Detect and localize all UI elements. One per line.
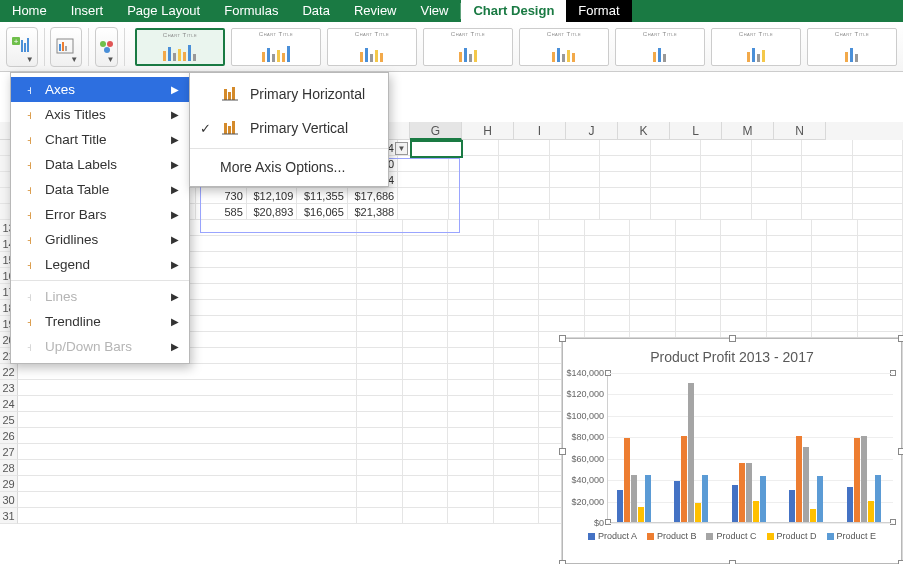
- change-colors-button[interactable]: ▼: [95, 27, 119, 67]
- change-colors-icon: [97, 37, 117, 57]
- legend-item[interactable]: Product E: [827, 531, 877, 541]
- bar-Product-A[interactable]: [732, 485, 738, 523]
- menu-item-axis-titles[interactable]: ⫞Axis Titles▶: [11, 102, 189, 127]
- row-header[interactable]: 22: [0, 364, 18, 380]
- embedded-chart[interactable]: Product Profit 2013 - 2017 $0$20,000$40,…: [562, 338, 902, 564]
- row-header[interactable]: 24: [0, 396, 18, 412]
- filter-dropdown-button[interactable]: ▼: [395, 142, 408, 155]
- col-header-M[interactable]: M: [722, 122, 774, 140]
- menu-item-axes[interactable]: ⫞Axes▶: [11, 77, 189, 102]
- legend-item[interactable]: Product A: [588, 531, 637, 541]
- bar-Product-A[interactable]: [617, 490, 623, 522]
- data-cell[interactable]: $20,893: [247, 204, 297, 220]
- tab-formulas[interactable]: Formulas: [212, 0, 290, 22]
- tab-format[interactable]: Format: [566, 0, 631, 22]
- add-chart-element-button[interactable]: + ▼: [6, 27, 38, 67]
- menu-item-label: Trendline: [45, 314, 163, 329]
- data-cell[interactable]: $11,355: [297, 188, 347, 204]
- bar-Product-D[interactable]: [868, 501, 874, 522]
- bar-Product-C[interactable]: [803, 447, 809, 522]
- tab-page-layout[interactable]: Page Layout: [115, 0, 212, 22]
- quick-layout-button[interactable]: ▼: [50, 27, 82, 67]
- legend-item[interactable]: Product B: [647, 531, 697, 541]
- col-header-I[interactable]: I: [514, 122, 566, 140]
- row-header[interactable]: 27: [0, 444, 18, 460]
- row-header[interactable]: 30: [0, 492, 18, 508]
- tab-home[interactable]: Home: [0, 0, 59, 22]
- chart-style-6[interactable]: Chart Title: [615, 28, 705, 66]
- submenu-item-primary-vertical[interactable]: ✓Primary Vertical: [190, 111, 388, 145]
- menu-item-gridlines[interactable]: ⫞Gridlines▶: [11, 227, 189, 252]
- tab-insert[interactable]: Insert: [59, 0, 116, 22]
- bar-Product-C[interactable]: [631, 475, 637, 522]
- row-header[interactable]: 23: [0, 380, 18, 396]
- legend-item[interactable]: Product C: [706, 531, 756, 541]
- bar-Product-A[interactable]: [674, 481, 680, 522]
- svg-rect-6: [59, 44, 61, 51]
- bar-Product-D[interactable]: [638, 507, 644, 522]
- row-header[interactable]: 28: [0, 460, 18, 476]
- bar-Product-B[interactable]: [739, 463, 745, 522]
- col-header-L[interactable]: L: [670, 122, 722, 140]
- data-cell[interactable]: $21,388: [348, 204, 398, 220]
- chart-style-3[interactable]: Chart Title: [327, 28, 417, 66]
- chart-style-1[interactable]: Chart Title: [135, 28, 225, 66]
- bar-Product-D[interactable]: [753, 501, 759, 522]
- menu-item-label: Data Table: [45, 182, 163, 197]
- data-cell[interactable]: 730: [196, 188, 246, 204]
- data-cell[interactable]: $17,686: [348, 188, 398, 204]
- bar-Product-D[interactable]: [810, 509, 816, 522]
- chart-style-8[interactable]: Chart Title: [807, 28, 897, 66]
- bar-Product-B[interactable]: [854, 438, 860, 522]
- row-header[interactable]: 26: [0, 428, 18, 444]
- chart-legend[interactable]: Product AProduct BProduct CProduct DProd…: [563, 531, 901, 541]
- menu-item-data-table[interactable]: ⫞Data Table▶: [11, 177, 189, 202]
- bar-Product-B[interactable]: [681, 436, 687, 522]
- tab-data[interactable]: Data: [290, 0, 341, 22]
- submenu-more-axis-options[interactable]: More Axis Options...: [190, 152, 388, 182]
- menu-item-label: Axis Titles: [45, 107, 163, 122]
- bar-Product-C[interactable]: [688, 383, 694, 522]
- menu-item-error-bars[interactable]: ⫞Error Bars▶: [11, 202, 189, 227]
- col-header-G[interactable]: G: [410, 122, 462, 140]
- data-cell[interactable]: 585: [196, 204, 246, 220]
- row-header[interactable]: 29: [0, 476, 18, 492]
- chart-style-2[interactable]: Chart Title: [231, 28, 321, 66]
- bar-Product-C[interactable]: [746, 463, 752, 522]
- bar-Product-E[interactable]: [645, 475, 651, 522]
- chart-title[interactable]: Product Profit 2013 - 2017: [563, 349, 901, 365]
- bar-Product-B[interactable]: [796, 436, 802, 522]
- data-cell[interactable]: $16,065: [297, 204, 347, 220]
- chart-style-5[interactable]: Chart Title: [519, 28, 609, 66]
- bar-Product-A[interactable]: [847, 487, 853, 522]
- col-header-K[interactable]: K: [618, 122, 670, 140]
- bar-Product-E[interactable]: [760, 476, 766, 522]
- col-header-J[interactable]: J: [566, 122, 618, 140]
- tab-chart-design[interactable]: Chart Design: [461, 0, 566, 22]
- col-header-H[interactable]: H: [462, 122, 514, 140]
- legend-item[interactable]: Product D: [767, 531, 817, 541]
- menu-item-legend[interactable]: ⫞Legend▶: [11, 252, 189, 277]
- bar-Product-E[interactable]: [702, 475, 708, 522]
- menu-item-data-labels[interactable]: ⫞Data Labels▶: [11, 152, 189, 177]
- bar-Product-A[interactable]: [789, 490, 795, 522]
- chart-style-7[interactable]: Chart Title: [711, 28, 801, 66]
- menu-item-chart-title[interactable]: ⫞Chart Title▶: [11, 127, 189, 152]
- bar-Product-C[interactable]: [861, 436, 867, 522]
- bar-Product-E[interactable]: [875, 475, 881, 522]
- tab-review[interactable]: Review: [342, 0, 409, 22]
- tab-view[interactable]: View: [409, 0, 461, 22]
- chart-style-4[interactable]: Chart Title: [423, 28, 513, 66]
- data-cell[interactable]: $12,109: [247, 188, 297, 204]
- row-header[interactable]: 31: [0, 508, 18, 524]
- row-header[interactable]: 25: [0, 412, 18, 428]
- bar-Product-D[interactable]: [695, 503, 701, 522]
- svg-rect-16: [224, 123, 227, 134]
- bar-Product-E[interactable]: [817, 476, 823, 522]
- svg-rect-12: [224, 89, 227, 100]
- chart-plot-area[interactable]: $0$20,000$40,000$60,000$80,000$100,000$1…: [607, 373, 893, 523]
- col-header-N[interactable]: N: [774, 122, 826, 140]
- menu-item-trendline[interactable]: ⫞Trendline▶: [11, 309, 189, 334]
- submenu-item-primary-horizontal[interactable]: Primary Horizontal: [190, 77, 388, 111]
- bar-Product-B[interactable]: [624, 438, 630, 522]
